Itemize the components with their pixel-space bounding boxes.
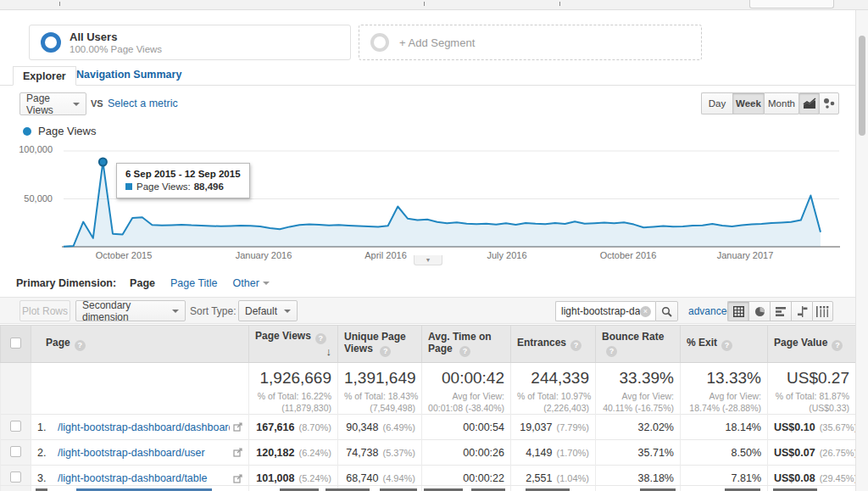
page-link[interactable]: /light-bootstrap-dashboard/table	[58, 472, 230, 484]
chevron-down-icon	[172, 310, 179, 313]
line-chart-icon	[803, 98, 816, 109]
total-unique-page-views: 1,391,649	[344, 369, 415, 388]
help-icon[interactable]: ?	[380, 346, 391, 357]
x-tick-oct-2016: October 2016	[600, 250, 657, 260]
help-icon[interactable]: ?	[832, 340, 843, 351]
col-header-unique-page-views[interactable]: Unique Page Views ?	[338, 326, 422, 363]
open-page-icon[interactable]	[233, 474, 242, 483]
advanced-search-link[interactable]: advanced	[688, 305, 732, 317]
y-tick-100000: 100,000	[3, 144, 53, 154]
col-header-bounce-rate[interactable]: Bounce Rate?	[596, 326, 681, 363]
chart-type-toggle	[798, 92, 839, 114]
secondary-dimension-dropdown[interactable]: Secondary dimension	[75, 300, 186, 321]
scrollbar-thumb[interactable]	[859, 36, 865, 136]
motion-chart-button[interactable]	[819, 92, 839, 114]
collapse-arrow-icon: ▼	[426, 257, 431, 263]
primary-dimension-page[interactable]: Page	[130, 277, 155, 289]
tick-mark	[424, 2, 425, 6]
legend-label: Page Views	[38, 125, 96, 137]
help-icon[interactable]: ?	[315, 333, 326, 344]
primary-dimension-page-title[interactable]: Page Title	[170, 277, 218, 289]
horizontal-bars-icon	[776, 306, 787, 317]
table-row: 1./light-bootstrap-dashboard/dashboard 1…	[1, 415, 856, 440]
tooltip-value: 88,496	[194, 181, 224, 192]
table-grid-icon	[733, 306, 744, 317]
add-segment-donut-icon	[370, 33, 389, 52]
data-view-button[interactable]	[727, 301, 748, 321]
chart-tooltip: 6 Sep 2015 - 12 Sep 2015 Page Views: 88,…	[116, 163, 250, 198]
primary-dimension-other[interactable]: Other	[233, 277, 270, 289]
comparison-view-button[interactable]	[791, 301, 812, 321]
col-header-page-value[interactable]: Page Value?	[768, 326, 856, 363]
open-page-icon[interactable]	[233, 422, 242, 432]
total-exit: 13.33%	[687, 369, 761, 388]
legend-dot-icon	[23, 127, 31, 136]
segment-donut-icon	[41, 32, 61, 53]
granularity-day-button[interactable]: Day	[701, 92, 732, 114]
chevron-down-icon	[73, 103, 80, 106]
segment-title: All Users	[70, 31, 162, 43]
open-page-icon[interactable]	[233, 448, 242, 457]
tabbar-divider	[0, 85, 868, 86]
segment-subtitle: 100.00% Page Views	[70, 44, 162, 54]
performance-view-button[interactable]	[770, 301, 791, 321]
row-checkbox[interactable]	[10, 421, 21, 432]
primary-dimension-label: Primary Dimension:	[16, 277, 116, 289]
row-checkbox[interactable]	[10, 471, 21, 483]
help-icon[interactable]: ?	[570, 340, 581, 351]
metric-select-dropdown[interactable]: Page Views	[19, 92, 86, 115]
x-tick-apr-2016: April 2016	[364, 250, 407, 260]
pivot-view-button[interactable]	[812, 301, 833, 321]
percentage-view-button[interactable]	[748, 301, 770, 321]
vertical-scrollbar[interactable]	[855, 10, 868, 491]
help-icon[interactable]: ?	[459, 346, 470, 357]
tick-mark	[559, 2, 560, 6]
help-icon[interactable]: ?	[721, 340, 732, 351]
col-header-avg-time[interactable]: Avg. Time on Page ?	[422, 326, 511, 363]
help-icon[interactable]: ?	[606, 346, 617, 357]
metric-select-value: Page Views	[26, 92, 68, 116]
add-segment-button[interactable]: + Add Segment	[359, 25, 702, 60]
chart-collapse-handle[interactable]: ▼	[414, 255, 442, 265]
clear-search-icon[interactable]: ×	[640, 306, 651, 317]
total-avg-time: 00:00:42	[428, 369, 504, 388]
col-header-entrances[interactable]: Entrances?	[511, 326, 596, 363]
page-link[interactable]: /light-bootstrap-dashboard/dashboard	[58, 421, 230, 433]
select-all-checkbox[interactable]	[10, 338, 21, 349]
tick-mark	[59, 2, 60, 6]
sort-type-value: Default	[245, 305, 277, 317]
granularity-toggle: Day Week Month	[701, 92, 799, 114]
comparison-icon	[797, 306, 808, 317]
secondary-dimension-label: Secondary dimension	[82, 299, 167, 323]
line-chart-button[interactable]	[798, 92, 819, 114]
tab-navigation-summary[interactable]: Navigation Summary	[76, 69, 181, 81]
chart-legend: Page Views	[23, 125, 96, 137]
granularity-week-button[interactable]: Week	[732, 92, 764, 114]
plot-rows-button[interactable]: Plot Rows	[19, 300, 70, 321]
date-selector-remnant	[749, 0, 834, 8]
tab-explorer[interactable]: Explorer	[13, 66, 76, 86]
search-button[interactable]	[655, 301, 678, 321]
table-search: ×	[555, 301, 678, 321]
sort-type-label: Sort Type:	[190, 305, 236, 317]
chevron-down-icon	[263, 282, 270, 285]
top-cutoff-strip	[0, 0, 868, 10]
table-view-toggle	[727, 301, 833, 321]
search-icon	[661, 306, 672, 317]
sort-desc-icon: ↓	[326, 345, 332, 358]
motion-chart-icon	[823, 98, 836, 109]
col-header-page-views[interactable]: Page Views?↓	[249, 326, 338, 363]
page-link[interactable]: /light-bootstrap-dashboard/user	[58, 447, 230, 459]
segment-all-users[interactable]: All Users 100.00% Page Views	[29, 25, 351, 60]
row-checkbox[interactable]	[10, 446, 21, 457]
help-icon[interactable]: ?	[75, 340, 86, 351]
table-toolbar: Plot Rows Secondary dimension Sort Type:…	[0, 297, 855, 324]
total-bounce-rate: 33.39%	[602, 369, 674, 388]
select-a-metric-link[interactable]: Select a metric	[108, 98, 178, 109]
granularity-month-button[interactable]: Month	[764, 92, 799, 114]
sort-type-dropdown[interactable]: Default	[238, 300, 298, 321]
pages-table: Page? Page Views?↓ Unique Page Views ? A…	[0, 325, 856, 491]
col-header-exit[interactable]: % Exit?	[681, 326, 768, 363]
col-header-page[interactable]: Page?	[31, 326, 249, 363]
tooltip-metric-label: Page Views:	[136, 181, 191, 192]
